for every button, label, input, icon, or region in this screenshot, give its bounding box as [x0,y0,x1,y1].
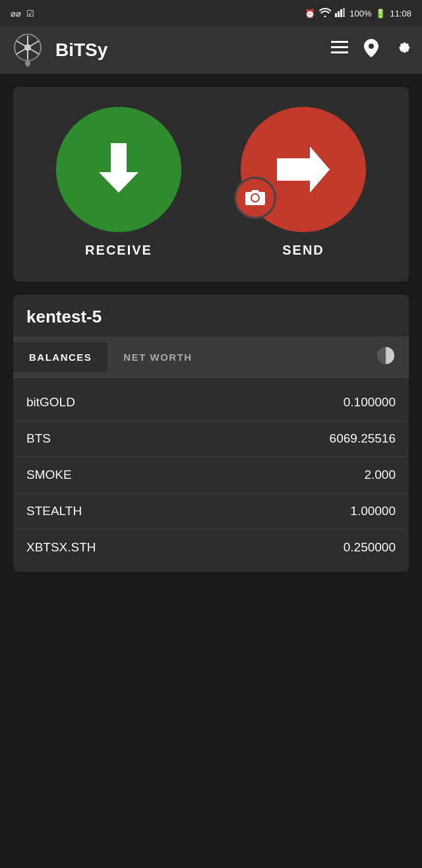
checkbox-icon: ☑ [26,9,34,18]
pie-chart-icon[interactable] [363,336,409,377]
download-arrow-icon [89,140,148,199]
app-title: BiTSy [55,40,320,61]
nav-action-icons [331,39,411,61]
pie-icon-svg [376,346,396,365]
svg-rect-10 [331,46,348,48]
asset-value: 0.100000 [344,395,396,410]
asset-value: 6069.25516 [330,431,396,446]
table-row[interactable]: XBTSX.STH 0.250000 [13,530,409,565]
voicemail-icon: ⌀⌀ [11,9,21,18]
nav-bar: BiTSy [0,26,422,74]
camera-button[interactable] [234,177,276,219]
tab-balances[interactable]: BALANCES [13,342,107,372]
action-card: RECEIVE SEND [13,87,409,282]
svg-rect-0 [335,13,337,17]
status-left-icons: ⌀⌀ ☑ [11,9,34,18]
asset-value: 2.000 [364,468,396,482]
time-display: 11:08 [390,9,411,18]
wifi-icon [319,8,331,19]
status-bar: ⌀⌀ ☑ ⏰ 100% 🔋 11:08 [0,0,422,26]
svg-marker-15 [277,146,330,193]
asset-name: STEALTH [26,504,82,518]
tabs-row: BALANCES NET WORTH [13,336,409,378]
receive-action: RECEIVE [56,107,181,258]
table-row[interactable]: STEALTH 1.00000 [13,493,409,530]
settings-icon[interactable] [394,40,411,61]
svg-rect-13 [111,143,127,172]
svg-point-8 [24,44,31,51]
svg-rect-12 [335,41,348,43]
receive-label: RECEIVE [85,243,152,258]
svg-rect-2 [340,9,342,17]
receive-button[interactable] [56,107,181,232]
location-icon[interactable] [364,39,378,61]
asset-value: 0.250000 [344,540,396,555]
asset-name: SMOKE [26,468,72,482]
asset-name: BTS [26,431,51,446]
send-action: SEND [241,107,366,258]
table-row[interactable]: bitGOLD 0.100000 [13,385,409,421]
wallet-name: kentest-5 [13,295,409,336]
tab-net-worth[interactable]: NET WORTH [107,342,208,372]
alarm-icon: ⏰ [305,9,315,18]
status-right-icons: ⏰ 100% 🔋 11:08 [305,8,411,19]
main-content: RECEIVE SEND kentest-5 [0,74,422,585]
svg-marker-14 [99,172,138,193]
asset-name: bitGOLD [26,395,75,410]
battery-text: 100% [349,9,371,18]
camera-icon [245,189,266,207]
table-row[interactable]: BTS 6069.25516 [13,421,409,457]
battery-icon: 🔋 [375,9,386,18]
list-icon[interactable] [331,41,348,59]
action-buttons-row: RECEIVE SEND [26,107,396,258]
svg-rect-1 [338,11,340,17]
signal-icon [335,8,346,19]
send-button[interactable] [241,107,366,232]
asset-value: 1.00000 [350,504,396,518]
svg-rect-3 [343,8,345,17]
svg-rect-11 [331,51,348,53]
table-row[interactable]: SMOKE 2.000 [13,457,409,493]
send-label: SEND [282,243,324,258]
app-logo[interactable] [11,33,45,67]
asset-name: XBTSX.STH [26,540,96,555]
right-arrow-icon [274,140,333,199]
wallet-section: kentest-5 BALANCES NET WORTH bitGOLD [13,295,409,572]
balance-list: bitGOLD 0.100000 BTS 6069.25516 SMOKE 2.… [13,378,409,572]
